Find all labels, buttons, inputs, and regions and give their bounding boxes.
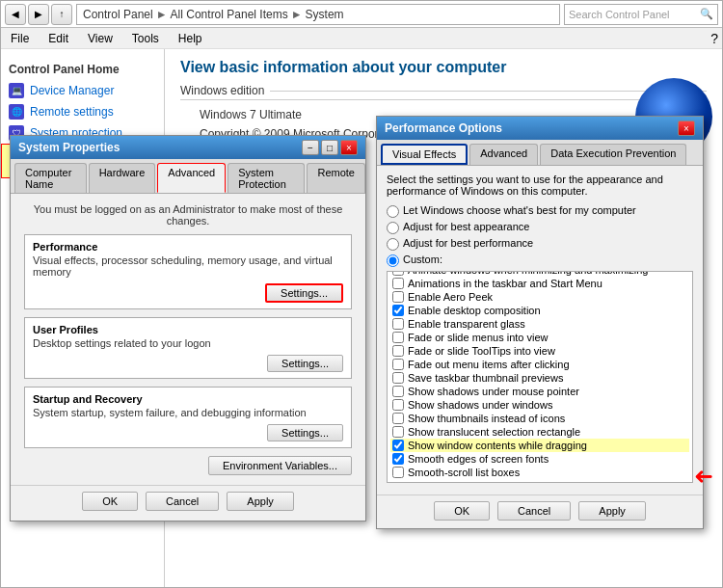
sep2: ► <box>291 8 303 21</box>
perfopt-body: Select the settings you want to use for … <box>377 166 703 494</box>
checkbox-item-12: Show thumbnails instead of icons <box>390 412 689 425</box>
up-button[interactable]: ↑ <box>51 4 72 25</box>
checkbox-input-8[interactable] <box>392 359 404 370</box>
address-breadcrumb[interactable]: Control Panel ► All Control Panel Items … <box>76 4 560 25</box>
checkbox-label-6: Fade or slide menus into view <box>408 332 549 343</box>
sysprops-apply-button[interactable]: Apply <box>227 492 294 511</box>
checkbox-input-11[interactable] <box>392 399 404 411</box>
performance-section: Performance Visual effects, processor sc… <box>24 234 352 309</box>
menu-view[interactable]: View <box>82 30 119 47</box>
checkbox-label-14: Show window contents while dragging <box>408 440 587 451</box>
startup-recovery-desc: System startup, system failure, and debu… <box>33 407 343 418</box>
startup-recovery-label: Startup and Recovery <box>33 393 343 405</box>
menu-bar: File Edit View Tools Help ? <box>1 28 722 49</box>
panel-heading: View basic information about your comput… <box>180 59 707 76</box>
checkbox-label-15: Smooth edges of screen fonts <box>408 453 549 465</box>
sidebar-label-remote-settings: Remote settings <box>30 105 114 119</box>
perfopt-apply-button[interactable]: Apply <box>578 501 646 521</box>
checkbox-label-3: Enable Aero Peek <box>408 291 493 303</box>
checkbox-input-13[interactable] <box>392 426 404 438</box>
user-profiles-label: User Profiles <box>33 324 343 335</box>
checkbox-label-4: Enable desktop composition <box>408 305 541 316</box>
menu-help[interactable]: Help <box>173 30 208 47</box>
remote-settings-icon: 🌐 <box>9 104 24 120</box>
perfopt-ok-button[interactable]: OK <box>434 501 490 521</box>
perfopt-cancel-button[interactable]: Cancel <box>497 501 571 521</box>
maximize-button[interactable]: □ <box>321 140 338 155</box>
user-profiles-settings-button[interactable]: Settings... <box>267 355 343 372</box>
checkbox-input-3[interactable] <box>392 291 404 303</box>
sysprops-body: You must be logged on as an Administrato… <box>11 194 365 485</box>
checkbox-input-15[interactable] <box>392 453 404 465</box>
sidebar-item-remote-settings[interactable]: 🌐 Remote settings <box>1 101 164 122</box>
checkbox-input-9[interactable] <box>392 372 404 384</box>
checkbox-item-15: Smooth edges of screen fonts <box>390 452 689 466</box>
checkbox-label-8: Fade out menu items after clicking <box>408 359 570 370</box>
sysprops-titlebar: System Properties − □ × <box>11 136 365 159</box>
checkbox-item-8: Fade out menu items after clicking <box>390 358 689 371</box>
perfopt-titlebar: Performance Options × <box>377 117 703 140</box>
radio-best-appearance-input[interactable] <box>387 222 399 234</box>
menu-tools[interactable]: Tools <box>126 30 165 47</box>
checkbox-input-12[interactable] <box>392 413 404 424</box>
sidebar-item-device-manager[interactable]: 💻 Device Manager <box>1 80 164 101</box>
perfopt-title: Performance Options <box>385 121 502 135</box>
checkbox-input-1[interactable] <box>392 271 404 276</box>
checkbox-input-5[interactable] <box>392 318 404 330</box>
device-manager-icon: 💻 <box>9 83 24 98</box>
perfopt-close-button[interactable]: × <box>678 120 695 136</box>
checkbox-label-11: Show shadows under windows <box>408 399 552 411</box>
checkbox-input-6[interactable] <box>392 332 404 343</box>
back-button[interactable]: ◀ <box>5 4 26 25</box>
checkbox-input-7[interactable] <box>392 345 404 357</box>
checkbox-input-10[interactable] <box>392 386 404 397</box>
checkbox-input-14[interactable] <box>392 440 404 451</box>
tab-dep[interactable]: Data Execution Prevention <box>540 144 686 165</box>
radio-let-windows-input[interactable] <box>387 205 399 218</box>
search-placeholder: Search Control Panel <box>569 9 670 20</box>
effects-checkbox-list[interactable]: Animate controls and elements inside win… <box>387 271 693 483</box>
sysprops-cancel-button[interactable]: Cancel <box>146 492 219 511</box>
sysprops-ok-button[interactable]: OK <box>82 492 138 511</box>
user-profiles-section: User Profiles Desktop settings related t… <box>24 317 352 379</box>
performance-settings-button[interactable]: Settings... <box>265 283 343 303</box>
tab-advanced[interactable]: Advanced <box>157 163 226 193</box>
tab-system-protection[interactable]: System Protection <box>228 163 305 193</box>
sidebar-title: Control Panel Home <box>1 57 164 80</box>
tab-visual-effects[interactable]: Visual Effects <box>381 144 468 165</box>
tab-advanced-perf[interactable]: Advanced <box>469 144 538 165</box>
forward-button[interactable]: ▶ <box>28 4 49 25</box>
checkbox-input-2[interactable] <box>392 278 404 289</box>
sep1: ► <box>156 8 168 21</box>
startup-recovery-settings-button[interactable]: Settings... <box>267 424 343 441</box>
performance-options-dialog: Performance Options × Visual Effects Adv… <box>376 116 704 529</box>
tab-remote[interactable]: Remote <box>307 163 365 193</box>
checkbox-item-3: Enable Aero Peek <box>390 290 689 304</box>
startup-recovery-section: Startup and Recovery System startup, sys… <box>24 387 352 448</box>
checkbox-input-16[interactable] <box>392 467 404 478</box>
tab-hardware[interactable]: Hardware <box>89 163 156 193</box>
env-vars-button[interactable]: Environment Variables... <box>208 456 352 475</box>
close-button[interactable]: × <box>340 140 358 155</box>
tab-computer-name[interactable]: Computer Name <box>14 163 87 193</box>
user-profiles-desc: Desktop settings related to your logon <box>33 337 343 349</box>
minimize-button[interactable]: − <box>302 140 319 155</box>
checkbox-label-1: Animate windows when minimizing and maxi… <box>408 271 648 276</box>
menu-file[interactable]: File <box>5 30 35 47</box>
checkbox-label-9: Save taskbar thumbnail previews <box>408 372 563 384</box>
menu-edit[interactable]: Edit <box>42 30 74 47</box>
radio-best-performance: Adjust for best performance <box>387 237 693 251</box>
radio-best-appearance-label: Adjust for best appearance <box>403 221 529 232</box>
radio-custom-input[interactable] <box>387 254 399 267</box>
help-icon[interactable]: ? <box>710 31 718 46</box>
checkbox-item-6: Fade or slide menus into view <box>390 331 689 344</box>
checkbox-label-16: Smooth-scroll list boxes <box>408 467 520 478</box>
checkbox-label-5: Enable transparent glass <box>408 318 525 330</box>
search-box[interactable]: Search Control Panel 🔍 <box>564 4 718 25</box>
checkbox-item-16: Smooth-scroll list boxes <box>390 466 689 479</box>
radio-best-performance-input[interactable] <box>387 238 399 251</box>
sysprops-title: System Properties <box>18 141 120 154</box>
checkbox-item-14: Show window contents while dragging <box>390 439 689 452</box>
checkbox-input-4[interactable] <box>392 305 404 316</box>
section-windows-edition: Windows edition <box>180 84 707 100</box>
